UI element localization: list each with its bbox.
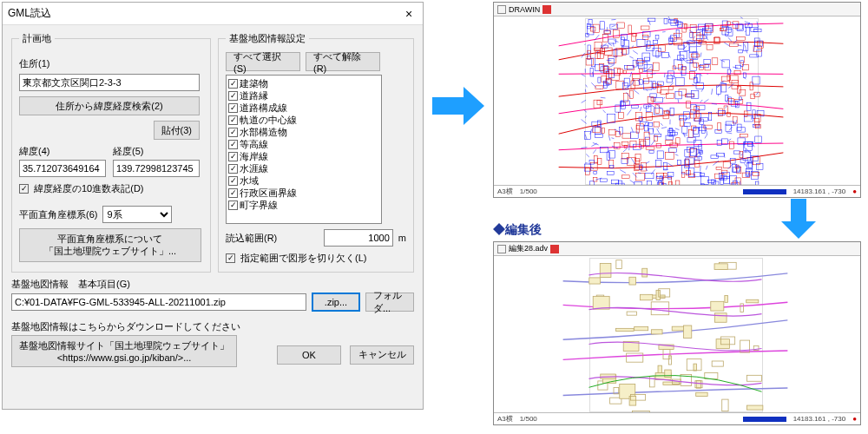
svg-rect-114: [748, 141, 753, 146]
preview-canvas-after[interactable]: [494, 256, 860, 412]
select-all-button[interactable]: すべて選択(S): [226, 52, 300, 71]
svg-line-494: [657, 128, 660, 133]
paste-button[interactable]: 貼付(3): [154, 121, 200, 140]
layer-label: 等高線: [240, 138, 268, 151]
svg-rect-686: [683, 326, 691, 338]
zip-button[interactable]: .zip...: [312, 293, 360, 312]
svg-rect-352: [737, 167, 741, 174]
svg-line-496: [665, 177, 667, 178]
svg-rect-448: [607, 114, 615, 122]
folder-button[interactable]: フォルダ...: [365, 293, 414, 312]
layer-item[interactable]: 道路構成線: [228, 102, 379, 114]
checkbox-icon: [228, 176, 238, 186]
download-site-button[interactable]: 基盤地図情報サイト「国土地理院ウェブサイト」 <https://www.gsi.…: [11, 335, 237, 367]
checkbox-icon: [228, 91, 238, 101]
layer-listbox[interactable]: 建築物道路縁道路構成線軌道の中心線水部構造物等高線海岸線水涯線水域行政区画界線町…: [226, 75, 382, 224]
longitude-input[interactable]: [113, 160, 200, 177]
ok-button[interactable]: OK: [277, 345, 341, 365]
layer-label: 海岸線: [240, 150, 268, 163]
svg-rect-638: [746, 299, 759, 303]
svg-rect-269: [724, 177, 729, 184]
svg-rect-349: [637, 40, 645, 47]
dialog-titlebar[interactable]: GML読込 ×: [3, 3, 423, 25]
layer-item[interactable]: 建築物: [228, 77, 379, 89]
svg-rect-658: [712, 361, 723, 366]
checkbox-icon: [228, 152, 238, 161]
clip-checkbox-row[interactable]: 指定範囲で図形を切り欠く(L): [226, 252, 406, 265]
svg-rect-376: [656, 177, 662, 181]
svg-rect-241: [754, 92, 760, 96]
svg-rect-424: [649, 122, 653, 126]
svg-rect-651: [627, 353, 643, 362]
basemap-info-legend: 基盤地図情報設定: [226, 32, 309, 45]
svg-rect-681: [593, 296, 609, 309]
svg-rect-243: [694, 128, 700, 137]
svg-line-520: [728, 83, 733, 88]
svg-rect-0: [595, 86, 603, 89]
close-icon[interactable]: ×: [400, 7, 418, 21]
close-icon[interactable]: [550, 245, 559, 253]
svg-rect-267: [736, 65, 741, 69]
search-latlon-button[interactable]: 住所から緯度経度検索(2): [19, 96, 200, 115]
layer-item[interactable]: 海岸線: [228, 150, 379, 162]
svg-line-583: [595, 35, 599, 40]
svg-line-597: [585, 135, 587, 140]
layer-item[interactable]: 行政区画界線: [228, 187, 379, 199]
svg-rect-165: [687, 94, 694, 97]
preview-canvas-before[interactable]: [494, 16, 860, 185]
svg-rect-257: [668, 87, 673, 90]
svg-rect-237: [756, 181, 759, 185]
svg-rect-396: [654, 122, 660, 127]
crs-select[interactable]: 9系: [102, 206, 172, 223]
svg-rect-385: [598, 77, 601, 82]
svg-rect-346: [648, 41, 650, 49]
svg-line-570: [585, 115, 586, 117]
decimal-checkbox-row[interactable]: 緯度経度の10進数表記(D): [19, 182, 203, 195]
svg-rect-131: [624, 93, 628, 102]
layer-item[interactable]: 水涯線: [228, 162, 379, 174]
layer-item[interactable]: 町字界線: [228, 199, 379, 211]
range-unit: m: [398, 233, 406, 243]
svg-rect-129: [739, 49, 743, 53]
range-input[interactable]: [324, 229, 393, 247]
svg-rect-339: [594, 172, 596, 174]
svg-rect-422: [723, 162, 731, 168]
svg-rect-419: [701, 125, 705, 134]
layer-item[interactable]: 道路縁: [228, 89, 379, 102]
cancel-button[interactable]: キャンセル: [350, 345, 414, 365]
svg-rect-308: [730, 43, 739, 46]
layer-item[interactable]: 軌道の中心線: [228, 114, 379, 126]
svg-line-545: [620, 170, 626, 174]
svg-line-451: [756, 92, 759, 95]
svg-rect-394: [666, 141, 673, 145]
layer-item[interactable]: 等高線: [228, 138, 379, 150]
file-input[interactable]: [11, 293, 306, 311]
svg-rect-78: [747, 102, 751, 110]
svg-rect-281: [600, 22, 605, 30]
svg-line-509: [728, 165, 732, 168]
svg-rect-643: [616, 328, 635, 331]
svg-line-473: [603, 110, 606, 113]
svg-line-603: [689, 40, 694, 42]
svg-rect-164: [700, 64, 709, 68]
address-input[interactable]: [19, 74, 200, 91]
svg-rect-215: [598, 53, 604, 58]
svg-rect-405: [654, 97, 662, 102]
clear-all-button[interactable]: すべて解除(R): [306, 52, 380, 71]
close-icon[interactable]: [542, 5, 551, 14]
svg-rect-246: [661, 52, 668, 57]
svg-line-504: [591, 82, 596, 88]
layer-item[interactable]: 水部構造物: [228, 126, 379, 138]
svg-rect-407: [668, 148, 676, 152]
svg-line-515: [590, 129, 592, 135]
svg-rect-232: [755, 136, 762, 143]
svg-line-579: [582, 120, 587, 124]
svg-rect-64: [685, 123, 691, 127]
svg-line-518: [658, 128, 659, 128]
svg-rect-666: [711, 301, 724, 311]
svg-line-497: [751, 116, 752, 120]
layer-item[interactable]: 水域: [228, 174, 379, 187]
crs-about-button[interactable]: 平面直角座標系について 「国土地理院ウェブサイト」...: [19, 228, 201, 262]
svg-rect-67: [717, 153, 725, 156]
latitude-input[interactable]: [19, 160, 106, 177]
